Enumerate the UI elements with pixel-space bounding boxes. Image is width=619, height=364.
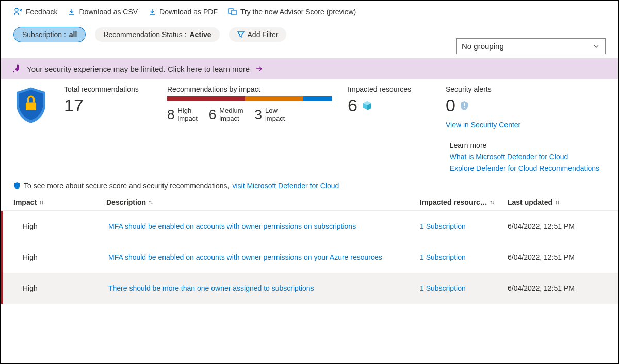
filter-subscription-label: Subscription : bbox=[22, 30, 66, 39]
add-filter-label: Add Filter bbox=[248, 30, 279, 39]
row-updated: 6/04/2022, 12:51 PM bbox=[508, 222, 606, 230]
impacted-res-value: 6 bbox=[348, 95, 357, 115]
download-pdf-action[interactable]: Download as PDF bbox=[148, 8, 218, 16]
chevron-down-icon bbox=[593, 43, 600, 50]
download-csv-action[interactable]: Download as CSV bbox=[68, 8, 138, 16]
advisor-preview-action[interactable]: Try the new Advisor Score (preview) bbox=[228, 8, 356, 16]
filter-icon bbox=[237, 31, 245, 38]
sort-icon: ↑↓ bbox=[148, 198, 152, 206]
impact-high-label: High impact bbox=[177, 107, 197, 122]
grouping-selected: No grouping bbox=[462, 42, 504, 51]
impact-high-count: 8 bbox=[167, 107, 174, 123]
row-resources-link[interactable]: 1 Subscription bbox=[420, 253, 508, 261]
impact-high: 8 High impact bbox=[167, 107, 198, 123]
feedback-icon bbox=[13, 7, 23, 16]
arrow-right-icon bbox=[255, 65, 263, 72]
advisor-preview-label: Try the new Advisor Score (preview) bbox=[240, 8, 356, 16]
sort-icon: ↑↓ bbox=[490, 198, 494, 206]
row-description-link[interactable]: There should be more than one owner assi… bbox=[108, 284, 420, 292]
total-recs-label: Total recommendations bbox=[64, 85, 152, 93]
download-icon bbox=[68, 8, 76, 16]
alerts-value: 0 bbox=[446, 95, 455, 115]
svg-point-0 bbox=[15, 8, 18, 11]
alerts-label: Security alerts bbox=[446, 85, 544, 93]
impact-low-label: Low impact bbox=[265, 107, 285, 122]
filter-subscription-value: all bbox=[69, 30, 77, 39]
row-description-link[interactable]: MFA should be enabled on accounts with o… bbox=[108, 253, 420, 261]
preview-icon bbox=[228, 8, 237, 16]
filter-status-value: Active bbox=[190, 30, 211, 39]
banner-text: Your security experience may be limited.… bbox=[27, 64, 250, 73]
download-pdf-label: Download as PDF bbox=[159, 8, 218, 16]
feedback-label: Feedback bbox=[26, 8, 57, 16]
row-updated: 6/04/2022, 12:51 PM bbox=[508, 284, 606, 292]
svg-rect-2 bbox=[232, 10, 236, 15]
impact-bar bbox=[167, 96, 332, 101]
table-row[interactable]: HighMFA should be enabled on accounts wi… bbox=[1, 211, 618, 242]
row-impact: High bbox=[15, 222, 108, 230]
view-security-center-link[interactable]: View in Security Center bbox=[446, 121, 544, 129]
col-header-updated[interactable]: Last updated ↑↓ bbox=[508, 198, 606, 206]
sort-icon: ↑↓ bbox=[39, 198, 43, 206]
grouping-dropdown[interactable]: No grouping bbox=[456, 38, 606, 54]
impact-medium-label: Medium impact bbox=[219, 107, 243, 122]
impact-low: 3 Low impact bbox=[254, 107, 285, 123]
svg-rect-4 bbox=[464, 103, 465, 106]
impacted-res-label: Impacted resources bbox=[348, 85, 430, 93]
impact-low-count: 3 bbox=[254, 107, 262, 123]
impact-medium: 6 Medium impact bbox=[209, 107, 243, 123]
note-prefix: To see more about secure score and secur… bbox=[24, 181, 229, 190]
limited-experience-banner[interactable]: Your security experience may be limited.… bbox=[1, 58, 618, 79]
col-header-impact[interactable]: Impact ↑↓ bbox=[13, 198, 106, 206]
row-updated: 6/04/2022, 12:51 PM bbox=[508, 253, 606, 261]
col-header-resources[interactable]: Impacted resourc… ↑↓ bbox=[420, 198, 508, 206]
filter-status-label: Recommendation Status : bbox=[103, 30, 186, 39]
download-icon bbox=[148, 8, 156, 16]
feedback-action[interactable]: Feedback bbox=[13, 7, 57, 16]
table-row[interactable]: HighMFA should be enabled on accounts wi… bbox=[1, 242, 618, 273]
note-link[interactable]: visit Microsoft Defender for Cloud bbox=[232, 181, 339, 190]
row-resources-link[interactable]: 1 Subscription bbox=[420, 222, 508, 230]
resource-cube-icon bbox=[362, 100, 373, 111]
rocket-icon bbox=[11, 63, 22, 74]
learn-more-link-2[interactable]: Explore Defender for Cloud Recommendatio… bbox=[450, 164, 599, 172]
learn-more-heading: Learn more bbox=[450, 141, 599, 150]
table-row[interactable]: HighThere should be more than one owner … bbox=[1, 273, 618, 304]
learn-more-link-1[interactable]: What is Microsoft Defender for Cloud bbox=[450, 153, 599, 161]
sort-icon: ↑↓ bbox=[555, 198, 559, 206]
security-shield-icon bbox=[13, 85, 48, 127]
alert-shield-icon bbox=[460, 101, 469, 111]
row-description-link[interactable]: MFA should be enabled on accounts with o… bbox=[108, 222, 420, 230]
impact-medium-count: 6 bbox=[209, 107, 216, 123]
row-resources-link[interactable]: 1 Subscription bbox=[420, 284, 508, 292]
row-impact: High bbox=[15, 253, 108, 261]
total-recs-value: 17 bbox=[64, 95, 152, 115]
by-impact-label: Recommendations by impact bbox=[167, 85, 332, 93]
col-header-description[interactable]: Description ↑↓ bbox=[106, 198, 420, 206]
row-impact: High bbox=[15, 284, 108, 292]
small-shield-icon bbox=[13, 181, 21, 190]
svg-rect-5 bbox=[464, 107, 465, 108]
svg-rect-3 bbox=[26, 102, 36, 110]
download-csv-label: Download as CSV bbox=[79, 8, 138, 16]
